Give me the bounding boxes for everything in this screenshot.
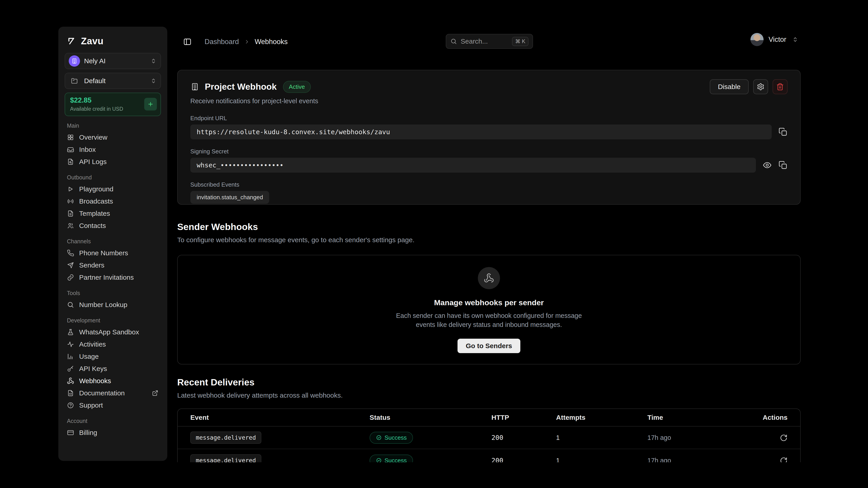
sidebar-item-activities[interactable]: Activities [65, 338, 161, 350]
delivery-time: 17h ago [647, 434, 746, 442]
user-menu[interactable]: Victor [750, 33, 799, 46]
sidebar-item-number-lookup[interactable]: Number Lookup [65, 299, 161, 311]
user-name: Victor [769, 35, 786, 43]
go-to-senders-button[interactable]: Go to Senders [458, 339, 520, 353]
copy-secret-button[interactable] [778, 161, 787, 170]
add-credit-button[interactable] [144, 98, 157, 110]
reveal-secret-button[interactable] [763, 161, 772, 170]
sidebar-item-support[interactable]: Support [65, 399, 161, 412]
chevrons-up-down-icon [150, 58, 157, 64]
sidebar-item-label: Number Lookup [79, 301, 127, 308]
sidebar-item-label: Broadcasts [79, 197, 113, 205]
sidebar-item-senders[interactable]: Senders [65, 259, 161, 271]
external-link-icon [151, 390, 159, 397]
project-selector[interactable]: Default [65, 73, 161, 89]
sidebar-item-inbox[interactable]: Inbox [65, 143, 161, 156]
sidebar-item-label: Templates [79, 210, 110, 217]
project-name: Default [84, 77, 105, 85]
sidebar-item-partner-invitations[interactable]: Partner Invitations [65, 271, 161, 284]
inbox-icon [67, 146, 74, 153]
file-text-icon [67, 210, 74, 217]
sidebar-toggle-button[interactable] [181, 35, 194, 48]
sidebar-item-api-keys[interactable]: API Keys [65, 363, 161, 375]
status-badge-success: Success [370, 455, 413, 462]
sidebar-item-api-logs[interactable]: API Logs [65, 156, 161, 168]
delete-webhook-button[interactable] [773, 79, 787, 94]
copy-endpoint-button[interactable] [778, 127, 787, 136]
attempts-count: 1 [556, 434, 647, 442]
project-webhook-card: Project Webhook Active Disable Receive n… [177, 70, 801, 205]
event-type-pill: message.delivered [190, 431, 261, 444]
credit-caption: Available credit in USD [70, 106, 123, 112]
sidebar-item-label: Usage [79, 353, 99, 360]
disable-button[interactable]: Disable [710, 79, 749, 94]
sidebar-item-contacts[interactable]: Contacts [65, 220, 161, 232]
http-code: 200 [491, 457, 556, 462]
nav-section-label: Tools [67, 290, 159, 296]
retry-delivery-button[interactable] [780, 434, 787, 442]
play-icon [67, 186, 74, 193]
subscribed-events-label: Subscribed Events [190, 181, 787, 188]
sidebar-item-label: Billing [79, 429, 97, 436]
retry-delivery-button[interactable] [780, 457, 787, 462]
sidebar-nav: Main Overview Inbox API Logs Outbound Pl… [65, 116, 161, 439]
sidebar-item-usage[interactable]: Usage [65, 350, 161, 363]
credit-balance-box: $22.85 Available credit in USD [65, 93, 161, 116]
sidebar-item-webhooks[interactable]: Webhooks [65, 375, 161, 387]
sidebar-item-label: Phone Numbers [79, 249, 128, 257]
sidebar-item-label: Support [79, 401, 103, 409]
signing-secret-field[interactable]: whsec_•••••••••••••••• [190, 158, 756, 173]
search-icon [67, 301, 74, 308]
empty-state-description: Each sender can have its own webhook con… [393, 311, 585, 329]
breadcrumb-current: Webhooks [255, 38, 288, 46]
card-description: Receive notifications for project-level … [190, 97, 787, 105]
event-type-pill: message.delivered [190, 454, 261, 462]
panel-left-icon [183, 37, 192, 46]
sidebar-item-playground[interactable]: Playground [65, 183, 161, 195]
zavu-logo-icon [67, 36, 76, 46]
section-description: Latest webhook delivery attempts across … [177, 391, 801, 399]
help-circle-icon [67, 402, 74, 409]
breadcrumb: Dashboard Webhooks [205, 35, 288, 48]
sidebar-item-overview[interactable]: Overview [65, 131, 161, 143]
chevrons-up-down-icon [150, 77, 157, 84]
nav-section-label: Main [67, 123, 159, 129]
search-icon [450, 38, 457, 45]
folder-icon [70, 77, 78, 85]
users-icon [67, 222, 74, 229]
status-badge: Active [283, 81, 311, 93]
file-code-icon [67, 390, 74, 397]
workspace-selector[interactable]: Nely AI [65, 53, 161, 69]
webhook-settings-button[interactable] [753, 79, 768, 94]
chevrons-up-down-icon [792, 36, 799, 43]
sidebar: Zavu Nely AI Default $22.85 Available cr… [58, 27, 167, 461]
deliveries-table: Event Status HTTP Attempts Time Actions … [177, 409, 801, 462]
table-row: message.delivered Success 200 1 17h ago [178, 449, 800, 462]
sidebar-item-documentation[interactable]: Documentation [65, 387, 161, 399]
search-input[interactable] [461, 37, 508, 45]
endpoint-url-label: Endpoint URL [190, 115, 787, 122]
endpoint-url-field[interactable]: https://resolute-kudu-8.convex.site/webh… [190, 125, 772, 139]
sidebar-item-whatsapp-sandbox[interactable]: WhatsApp Sandbox [65, 326, 161, 338]
card-title: Project Webhook [205, 82, 277, 92]
file-search-icon [67, 158, 74, 165]
nav-section-label: Development [67, 317, 159, 324]
sidebar-item-broadcasts[interactable]: Broadcasts [65, 195, 161, 207]
activity-icon [67, 341, 74, 348]
sidebar-item-phone-numbers[interactable]: Phone Numbers [65, 247, 161, 259]
sidebar-item-templates[interactable]: Templates [65, 207, 161, 220]
sidebar-item-billing[interactable]: Billing [65, 427, 161, 439]
sidebar-item-label: Senders [79, 261, 104, 269]
webhook-icon [67, 377, 74, 385]
recent-deliveries-section: Recent Deliveries Latest webhook deliver… [177, 377, 801, 462]
subscribed-event-tag: invitation.status_changed [190, 191, 269, 204]
breadcrumb-dashboard[interactable]: Dashboard [205, 38, 239, 46]
column-header-status: Status [370, 414, 491, 421]
building-icon [190, 82, 199, 91]
search-shortcut-badge: ⌘ K [512, 37, 528, 46]
sidebar-item-label: Partner Invitations [79, 273, 134, 281]
search-bar[interactable]: ⌘ K [446, 34, 533, 49]
nav-section-label: Account [67, 418, 159, 424]
sidebar-item-label: Activities [79, 340, 106, 348]
key-icon [67, 365, 74, 372]
